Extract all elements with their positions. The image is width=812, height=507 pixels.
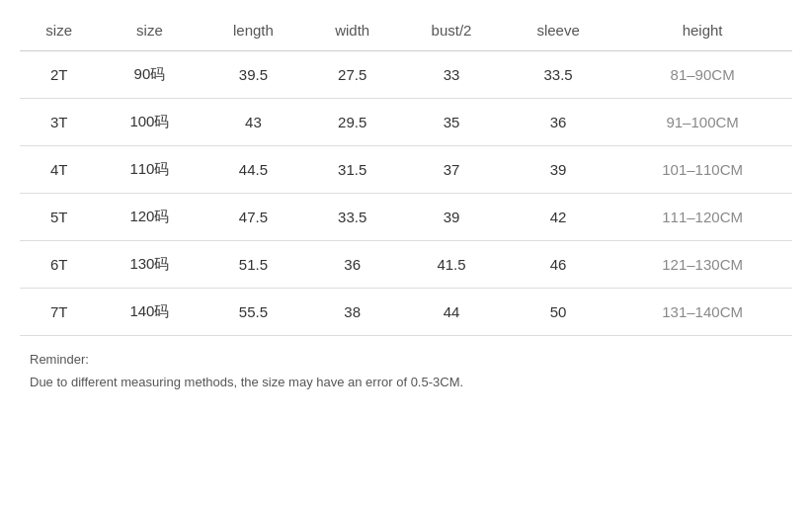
header-size1: size (20, 10, 98, 51)
table-row: 5T120码47.533.53942111–120CM (20, 194, 792, 241)
cell-size1: 7T (20, 289, 98, 336)
cell-size2: 100码 (98, 99, 201, 146)
cell-size2: 120码 (98, 194, 201, 241)
size-table: size size length width bust/2 sleeve hei… (20, 10, 792, 336)
header-length: length (202, 10, 306, 51)
cell-size1: 5T (20, 194, 98, 241)
cell-height: 131–140CM (612, 289, 792, 336)
cell-bust2: 33 (399, 51, 504, 99)
cell-size2: 140码 (98, 289, 201, 336)
cell-height: 111–120CM (612, 194, 792, 241)
cell-bust2: 44 (399, 289, 504, 336)
header-width: width (305, 10, 399, 51)
cell-height: 121–130CM (612, 241, 792, 289)
cell-length: 47.5 (202, 194, 306, 241)
cell-width: 38 (305, 289, 399, 336)
cell-bust2: 37 (399, 146, 504, 194)
header-size2: size (98, 10, 201, 51)
cell-size2: 130码 (98, 241, 201, 289)
header-sleeve: sleeve (504, 10, 612, 51)
header-height: height (612, 10, 792, 51)
cell-width: 33.5 (305, 194, 399, 241)
cell-size1: 6T (20, 241, 98, 289)
table-header-row: size size length width bust/2 sleeve hei… (20, 10, 792, 51)
table-row: 2T90码39.527.53333.581–90CM (20, 51, 792, 99)
cell-size2: 90码 (98, 51, 201, 99)
table-row: 3T100码4329.5353691–100CM (20, 99, 792, 146)
cell-height: 101–110CM (612, 146, 792, 194)
cell-sleeve: 36 (504, 99, 612, 146)
cell-width: 31.5 (305, 146, 399, 194)
table-row: 6T130码51.53641.546121–130CM (20, 241, 792, 289)
cell-length: 44.5 (202, 146, 306, 194)
cell-width: 27.5 (305, 51, 399, 99)
cell-length: 55.5 (202, 289, 306, 336)
header-bust2: bust/2 (399, 10, 504, 51)
reminder-section: Reminder: Due to different measuring met… (20, 350, 792, 393)
cell-sleeve: 33.5 (504, 51, 612, 99)
cell-sleeve: 46 (504, 241, 612, 289)
cell-sleeve: 50 (504, 289, 612, 336)
size-chart-container: size size length width bust/2 sleeve hei… (20, 10, 792, 393)
reminder-title: Reminder: (30, 350, 792, 371)
table-row: 4T110码44.531.53739101–110CM (20, 146, 792, 194)
cell-length: 51.5 (202, 241, 306, 289)
cell-height: 81–90CM (612, 51, 792, 99)
cell-sleeve: 39 (504, 146, 612, 194)
cell-bust2: 39 (399, 194, 504, 241)
cell-height: 91–100CM (612, 99, 792, 146)
cell-sleeve: 42 (504, 194, 612, 241)
cell-width: 36 (305, 241, 399, 289)
reminder-text: Due to different measuring methods, the … (30, 373, 792, 393)
table-row: 7T140码55.5384450131–140CM (20, 289, 792, 336)
cell-length: 39.5 (202, 51, 306, 99)
cell-bust2: 35 (399, 99, 504, 146)
cell-size1: 2T (20, 51, 98, 99)
cell-size2: 110码 (98, 146, 201, 194)
cell-width: 29.5 (305, 99, 399, 146)
cell-bust2: 41.5 (399, 241, 504, 289)
cell-size1: 3T (20, 99, 98, 146)
cell-length: 43 (202, 99, 306, 146)
cell-size1: 4T (20, 146, 98, 194)
